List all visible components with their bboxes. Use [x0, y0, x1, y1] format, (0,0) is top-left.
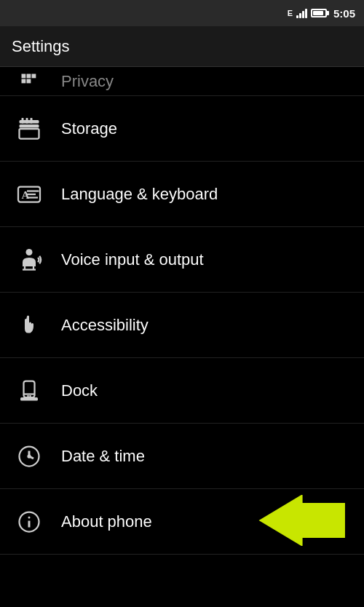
privacy-icon [12, 67, 47, 96]
svg-rect-3 [27, 79, 31, 83]
settings-item-voice[interactable]: Voice input & output [0, 227, 364, 293]
clock-icon [12, 439, 47, 474]
about-phone-label: About phone [61, 512, 152, 531]
svg-rect-8 [22, 118, 24, 124]
svg-rect-1 [22, 79, 26, 83]
battery-icon [311, 9, 327, 17]
status-bar: E 5:05 [0, 0, 364, 26]
header: Settings [0, 26, 364, 67]
svg-rect-22 [20, 397, 38, 401]
accessibility-label: Accessibility [61, 316, 149, 335]
privacy-label: Privacy [61, 72, 114, 91]
svg-point-16 [26, 249, 33, 255]
settings-item-about-phone[interactable]: About phone [0, 489, 364, 555]
status-icons: E 5:05 [288, 7, 355, 20]
settings-item-accessibility[interactable]: Accessibility [0, 293, 364, 358]
svg-rect-10 [31, 118, 33, 124]
language-keyboard-label: Language & keyboard [61, 185, 218, 204]
svg-rect-0 [22, 74, 26, 78]
svg-rect-7 [20, 129, 39, 139]
language-keyboard-icon: A [12, 177, 47, 212]
page-title: Settings [12, 37, 70, 56]
svg-rect-9 [26, 118, 28, 124]
svg-marker-32 [260, 495, 345, 546]
svg-point-31 [28, 516, 31, 518]
settings-item-date-time[interactable]: Date & time [0, 424, 364, 489]
svg-rect-2 [27, 74, 31, 78]
svg-rect-4 [32, 74, 36, 78]
dock-icon [12, 373, 47, 408]
settings-item-dock[interactable]: Dock [0, 358, 364, 424]
signal-strength-icon [296, 8, 307, 18]
voice-icon [12, 242, 47, 277]
dock-label: Dock [61, 381, 98, 400]
settings-item-language-keyboard[interactable]: A Language & keyboard [0, 162, 364, 227]
settings-item-privacy-partial[interactable]: Privacy [0, 67, 364, 96]
date-time-label: Date & time [61, 447, 145, 466]
storage-icon [12, 111, 47, 146]
network-type-icon: E [288, 9, 293, 17]
settings-list: Storage A Language & keyboard [0, 96, 364, 555]
accessibility-icon [12, 308, 47, 343]
svg-point-28 [28, 455, 31, 457]
voice-label: Voice input & output [61, 250, 204, 269]
svg-rect-6 [20, 124, 39, 128]
settings-item-storage[interactable]: Storage [0, 96, 364, 162]
status-time: 5:05 [333, 7, 355, 20]
arrow-annotation [255, 495, 349, 549]
storage-label: Storage [61, 119, 117, 138]
info-icon [12, 504, 47, 539]
